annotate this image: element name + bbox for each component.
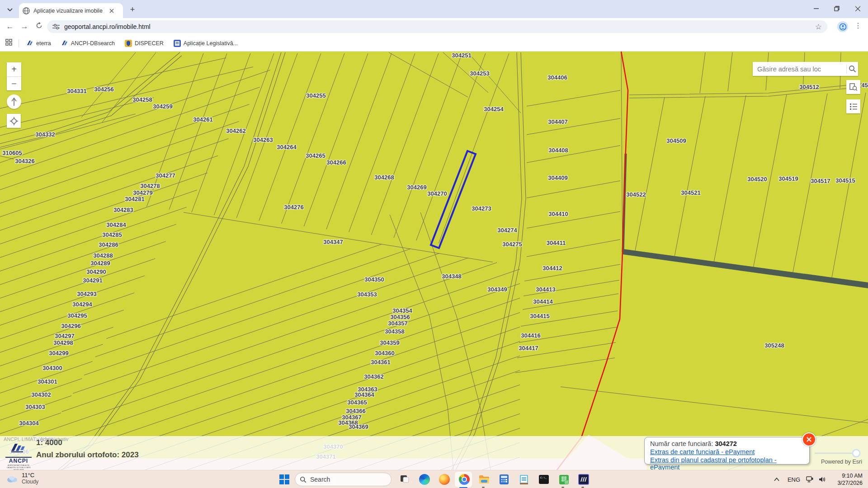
north-arrow-icon — [10, 97, 18, 106]
bookmark-dispecer[interactable]: DISPECER — [125, 40, 164, 47]
search-icon — [300, 476, 307, 483]
firefox-logo — [439, 474, 450, 485]
screen: 3042513042533044063045124513043313042563… — [0, 0, 868, 488]
forward-button[interactable]: → — [19, 21, 30, 32]
network-icon[interactable] — [804, 470, 816, 488]
tray-chevron-button[interactable] — [771, 470, 782, 488]
restore-icon — [834, 6, 840, 11]
folder-icon — [479, 474, 490, 484]
clock-time: 9:10 AM — [837, 472, 863, 479]
popup-parcel-number: 304272 — [715, 440, 736, 447]
taskbar-search-placeholder: Search — [310, 476, 330, 483]
close-icon — [806, 436, 812, 442]
waves-glyph — [578, 474, 589, 485]
libreoffice-calc-icon[interactable] — [557, 473, 570, 486]
taskbar-clock[interactable]: 9:10 AM 3/27/2026 — [837, 472, 863, 487]
bookmark-ancpi-dbsearch[interactable]: ANCPI-DBsearch — [61, 40, 115, 47]
browser-tab[interactable]: Aplicație vizualizare imobile — [19, 3, 123, 18]
extras-plan-cadastral-link[interactable]: Extras din planul cadastral pe ortofotop… — [650, 456, 804, 471]
browser-menu-icon[interactable]: ⋮ — [854, 21, 862, 30]
edge-browser-icon[interactable] — [418, 473, 431, 486]
tab-close-icon[interactable] — [109, 9, 114, 13]
globe-favicon — [23, 7, 30, 14]
bookmark-label: ANCPI-DBsearch — [71, 40, 115, 47]
identify-tool-button[interactable] — [846, 80, 860, 94]
legislativa-favicon — [174, 40, 181, 47]
legend-button[interactable] — [846, 99, 860, 113]
calculator-icon[interactable] — [498, 473, 510, 486]
svg-text:C:\_: C:\_ — [540, 476, 547, 479]
network-glyph — [806, 476, 814, 483]
eterra-favicon — [26, 40, 33, 47]
person-icon — [840, 23, 846, 30]
zoom-out-button[interactable]: − — [7, 77, 21, 91]
ortofoto-year: Anul zborului ortofoto: 2023 — [36, 450, 139, 460]
parcel-info-popup: Număr carte funciară: 304272 Extras de c… — [644, 437, 810, 465]
notepad-icon[interactable] — [518, 473, 530, 486]
map-scale: 1: 4000 — [36, 438, 139, 447]
weather-description: Cloudy — [22, 479, 38, 485]
window-restore-button[interactable] — [826, 0, 847, 17]
window-close-button[interactable] — [847, 0, 868, 17]
chevron-up-icon — [774, 478, 779, 481]
apps-grid-icon[interactable] — [5, 39, 12, 47]
terminal-icon[interactable]: C:\_ — [538, 473, 550, 486]
ancpi-logo-text: ANCPI — [5, 457, 32, 464]
chevron-down-icon — [7, 8, 13, 12]
task-view-button[interactable] — [398, 473, 411, 486]
bookmark-eterra[interactable]: eterra — [26, 40, 51, 47]
popup-label-text: Număr carte funciară: — [650, 440, 715, 447]
taskbar-weather-widget[interactable]: 11°C Cloudy — [6, 472, 38, 485]
cadastral-map[interactable] — [0, 0, 868, 488]
edge-logo — [419, 474, 430, 485]
weather-temperature: 11°C — [22, 472, 38, 479]
firefox-browser-icon[interactable] — [438, 473, 451, 486]
waves-app-icon[interactable] — [577, 473, 590, 486]
chrome-logo — [459, 474, 470, 485]
close-icon — [855, 6, 860, 11]
bookmark-star-icon[interactable]: ☆ — [815, 22, 822, 32]
carte-funciara-label: Număr carte funciară: 304272 — [650, 440, 804, 447]
ancpi-dbsearch-favicon — [61, 40, 68, 47]
powered-by-esri: Powered by Esri — [821, 459, 862, 465]
bookmarks-divider — [19, 39, 19, 47]
tab-search-chevron-button[interactable] — [4, 4, 16, 16]
bookmark-aplicatie-legislativa[interactable]: Aplicație Legislativă... — [174, 40, 238, 47]
new-tab-button[interactable]: + — [127, 5, 137, 14]
locate-button[interactable] — [7, 114, 21, 128]
zoom-in-button[interactable]: + — [7, 62, 21, 76]
profile-avatar[interactable] — [837, 21, 848, 32]
popup-close-button[interactable] — [802, 432, 816, 446]
taskbar-search-box[interactable]: Search — [295, 473, 392, 486]
file-explorer-icon[interactable] — [478, 473, 491, 486]
task-view-icon — [400, 474, 410, 484]
zoom-control: + − — [7, 62, 21, 90]
bookmark-label: Aplicație Legislativă... — [184, 40, 238, 47]
search-button[interactable] — [847, 65, 858, 73]
language-indicator[interactable]: ENG — [785, 470, 803, 488]
bookmark-label: eterra — [36, 40, 51, 47]
spreadsheet-glyph — [559, 474, 569, 485]
calculator-glyph — [499, 474, 509, 485]
search-input[interactable] — [753, 66, 846, 73]
window-minimize-button[interactable] — [806, 0, 826, 17]
list-icon — [849, 103, 858, 110]
map-search-box — [753, 62, 858, 76]
extras-carte-funciara-link[interactable]: Extras de carte funciară - ePayment — [650, 448, 804, 455]
windows-logo-icon — [279, 474, 289, 484]
clock-date: 3/27/2026 — [837, 479, 863, 487]
notepad-glyph — [519, 474, 528, 485]
volume-icon[interactable] — [816, 470, 828, 488]
cloud-icon — [6, 474, 18, 483]
search-icon — [849, 65, 856, 73]
windows-taskbar: 11°C Cloudy Search — [0, 470, 868, 488]
start-button[interactable] — [278, 473, 291, 486]
compass-button[interactable] — [7, 94, 21, 109]
ancpi-logo: ANCPI AGENȚIA NAȚIONALĂ DE CADASTRU ȘI P… — [5, 443, 32, 471]
address-bar[interactable]: geoportal.ancpi.ro/imobile.html ☆ — [47, 20, 827, 33]
reload-button[interactable] — [33, 21, 44, 32]
minimize-icon — [814, 8, 819, 9]
chrome-browser-icon[interactable] — [458, 473, 471, 486]
browser-tab-strip: Aplicație vizualizare imobile + — [0, 0, 868, 18]
back-button[interactable]: ← — [5, 21, 15, 32]
